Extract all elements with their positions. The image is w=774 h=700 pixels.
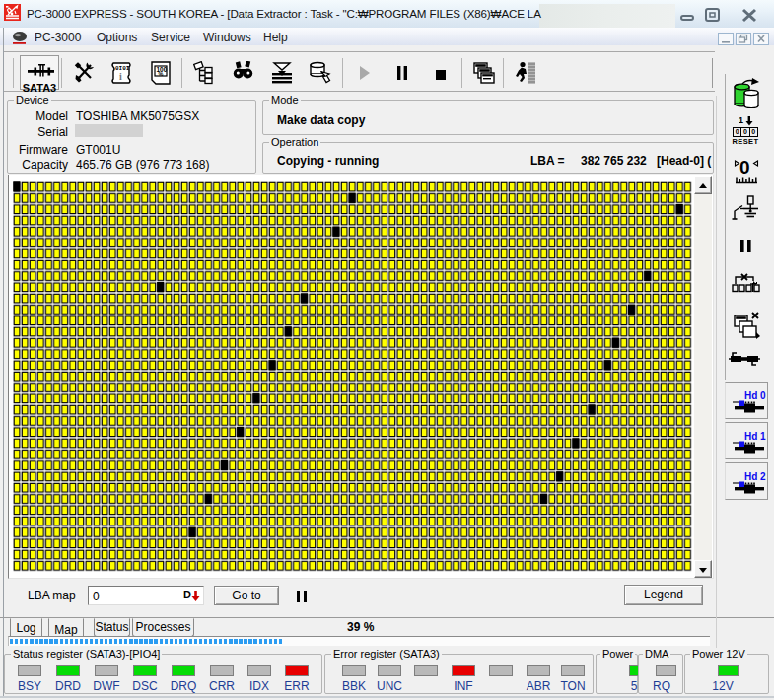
svg-text:%: % [159, 71, 164, 77]
svg-text:i: i [119, 71, 122, 82]
svg-text:0: 0 [739, 157, 750, 177]
svg-text:0I0I: 0I0I [115, 65, 130, 72]
